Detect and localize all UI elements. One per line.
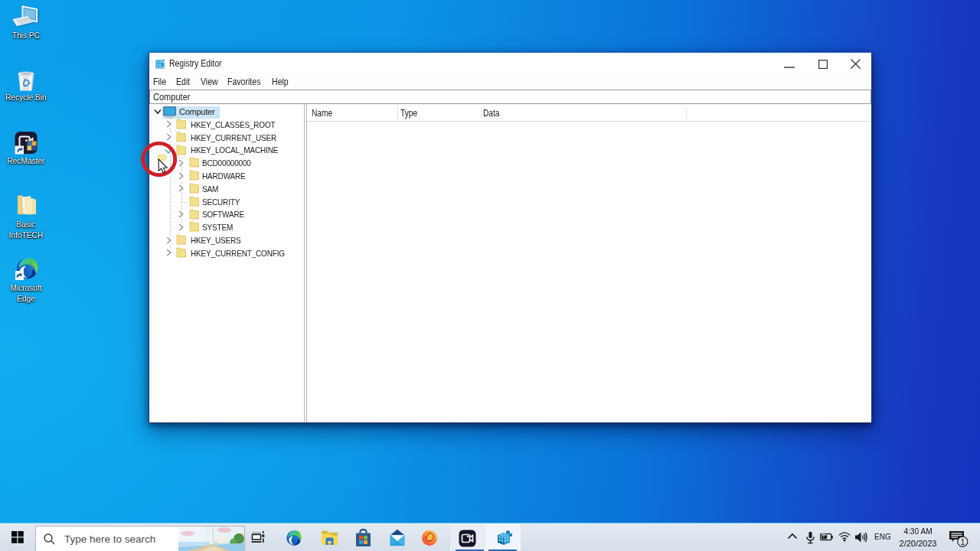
svg-text:1: 1: [960, 537, 965, 546]
